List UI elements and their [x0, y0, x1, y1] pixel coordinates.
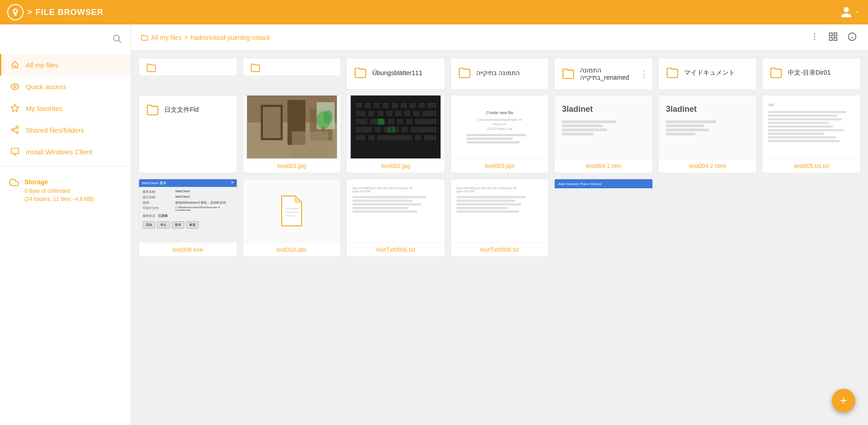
svg-rect-40	[382, 102, 389, 109]
folder-card-japanese[interactable]: マイドキュメント	[658, 58, 757, 90]
file-preview-test010	[243, 179, 341, 243]
file-card-test010[interactable]: test010.abc	[243, 179, 341, 257]
file-card-test004-1[interactable]: 3ladinet test004.1.htm	[554, 95, 653, 173]
svg-line-2	[119, 40, 121, 43]
file-preview-testtxt0006: add something to the text file to browse…	[347, 179, 445, 243]
svg-rect-66	[410, 127, 437, 133]
ppt-lines	[466, 134, 533, 143]
more-vertical-icon	[810, 32, 819, 41]
sidebar-item-shared[interactable]: Shared files/folders	[0, 119, 131, 141]
user-menu[interactable]	[840, 6, 861, 19]
svg-rect-42	[400, 102, 408, 109]
win-resume-btn[interactable]: 恢复	[186, 221, 199, 229]
folder-card-ubungsblatter[interactable]: Übungsblätter111	[346, 58, 445, 90]
svg-rect-45	[427, 102, 437, 109]
svg-marker-4	[11, 105, 19, 112]
file-card-win-install[interactable]: WebClient 服务 ✕ 服务名称:WebClient 显示名称:WebCl…	[139, 179, 237, 257]
info-button[interactable]	[845, 30, 859, 45]
win-pause-btn[interactable]: 暂停	[172, 221, 184, 229]
sidebar-item-quick-access[interactable]: Quick access	[0, 76, 131, 97]
folder-card-hebrew1[interactable]: התמונה בתיקייה	[451, 58, 549, 90]
file-card-test002[interactable]: test002.jpg	[346, 95, 445, 173]
storage-detail1: 0 Byte of Unlimited	[24, 187, 94, 195]
file-name-test005: test005.txt.txt	[762, 159, 860, 173]
folder-card-japanese-fld[interactable]: 日文文件Fld	[139, 95, 237, 173]
ppt-subtitle: C:\Users\test\Desktop\Folder XFMount XF2…	[477, 118, 523, 131]
sidebar-item-all-my-files[interactable]: All my files	[0, 54, 131, 76]
svg-point-16	[814, 39, 815, 40]
folder-card-partial2[interactable]	[243, 58, 341, 76]
app-logo	[7, 4, 24, 20]
svg-rect-30	[263, 107, 281, 138]
file-card-test003[interactable]: Create new file C:\Users\test\Desktop\Fo…	[451, 95, 549, 173]
win-fields: 服务名称:WebClient 显示名称:WebClient 描述:使您的Wind…	[143, 190, 233, 211]
search-button[interactable]	[110, 32, 124, 47]
file-card-testtxt0006[interactable]: add something to the text file to browse…	[346, 179, 445, 257]
storage-title: Storage	[24, 177, 94, 187]
file-icon-large	[278, 195, 305, 227]
sidebar-nav: All my files Quick access My favorites	[0, 54, 131, 425]
file-card-testtxt0008[interactable]: add something to the text file to browse…	[451, 179, 549, 257]
bottom-card-label: Add Network Place Wizard	[558, 182, 601, 186]
svg-rect-44	[418, 102, 426, 109]
svg-rect-59	[406, 119, 413, 125]
more-options-button[interactable]	[808, 30, 821, 44]
folder-name: 中文-目录Dir01	[788, 69, 853, 77]
svg-point-14	[814, 33, 815, 35]
file-card-test004-2[interactable]: 3ladinet test004.2.html	[658, 95, 757, 173]
file-card-test005[interactable]: 369 test005.txt.txt	[762, 95, 861, 173]
file-preview-test004-2: 3ladinet	[659, 96, 757, 159]
info-icon	[847, 32, 857, 42]
header-title: FILE BROWSER	[36, 8, 840, 17]
svg-rect-17	[830, 33, 832, 36]
svg-rect-48	[377, 110, 384, 117]
file-card-partial-bottom[interactable]: Add Network Place Wizard	[554, 179, 653, 201]
sidebar-label-my-favorites: My favorites	[26, 105, 62, 112]
svg-rect-39	[373, 102, 380, 109]
grid-view-button[interactable]	[826, 30, 840, 45]
main-content: All my files > hadroncloud-yuening-cstac…	[131, 24, 868, 425]
sidebar-item-install-windows[interactable]: Install Windows Client	[0, 141, 131, 162]
svg-rect-62	[374, 127, 381, 133]
folder-icon	[354, 67, 367, 79]
svg-rect-47	[368, 110, 375, 117]
breadcrumb-root[interactable]: All my files	[151, 34, 182, 41]
svg-rect-10	[11, 148, 19, 154]
eye-icon	[10, 82, 19, 91]
svg-line-8	[14, 130, 16, 132]
win-start-btn[interactable]: 启动	[143, 221, 155, 229]
sidebar: All my files Quick access My favorites	[0, 24, 131, 425]
svg-rect-53	[422, 110, 437, 117]
folder-icon	[770, 67, 782, 79]
bottom-card-body	[555, 188, 652, 201]
folder-card-chinese[interactable]: 中文-目录Dir01	[762, 58, 861, 90]
breadcrumb-separator: >	[184, 34, 188, 41]
svg-rect-65	[401, 127, 408, 133]
storage-info: Storage 0 Byte of Unlimited (24 folders,…	[24, 177, 94, 203]
txt-preview-content2: add something to the text file to browse…	[347, 179, 445, 242]
folder-icon	[250, 63, 260, 73]
folder-card-hebrew-renamed[interactable]: התמונה בתיקייה_renamed ⋮	[554, 58, 653, 90]
svg-rect-72	[377, 119, 384, 125]
svg-rect-58	[397, 119, 404, 125]
folder-name: התמונה בתיקייה_renamed	[580, 67, 645, 81]
svg-rect-38	[364, 102, 371, 109]
folder-icon	[562, 67, 575, 80]
bottom-card-partial: Add Network Place Wizard	[555, 179, 652, 188]
folder-more-icon[interactable]: ⋮	[640, 70, 648, 78]
sidebar-label-all-my-files: All my files	[26, 61, 58, 69]
file-card-test001[interactable]: test001.jpg	[243, 95, 341, 173]
folder-card-partial1[interactable]	[139, 58, 237, 76]
file-preview-testtxt0008: add something to the text file to browse…	[451, 179, 549, 243]
file-name-win-install: test006.exe	[139, 243, 237, 257]
file-name-test003: test003.ppt	[451, 159, 549, 173]
win-stop-btn[interactable]: 停止	[157, 221, 170, 229]
gladinet-lines	[562, 120, 616, 135]
header-arrow: >	[27, 8, 32, 17]
txt-preview-content3: add something to the text file to browse…	[451, 179, 549, 242]
svg-point-3	[14, 86, 16, 88]
fab-add-button[interactable]: +	[832, 389, 855, 412]
sidebar-item-my-favorites[interactable]: My favorites	[0, 97, 131, 119]
file-grid-container: Übungsblätter111 התמונה בתיקייה	[131, 51, 868, 425]
gladinet-preview-content: 3ladinet	[555, 96, 652, 158]
